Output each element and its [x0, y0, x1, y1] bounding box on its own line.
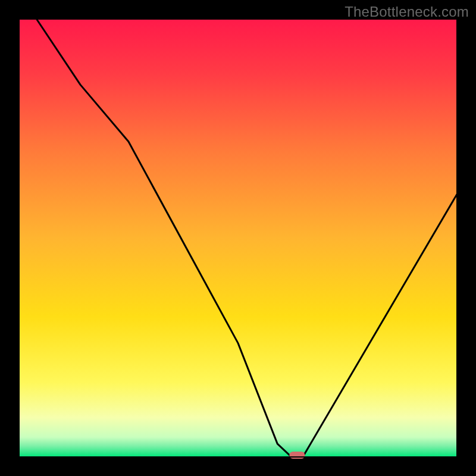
bottleneck-chart: TheBottleneck.com — [0, 0, 476, 476]
watermark-text: TheBottleneck.com — [345, 4, 469, 20]
minimum-marker — [289, 452, 305, 459]
chart-svg — [0, 0, 476, 476]
plot-gradient-background — [19, 19, 457, 457]
